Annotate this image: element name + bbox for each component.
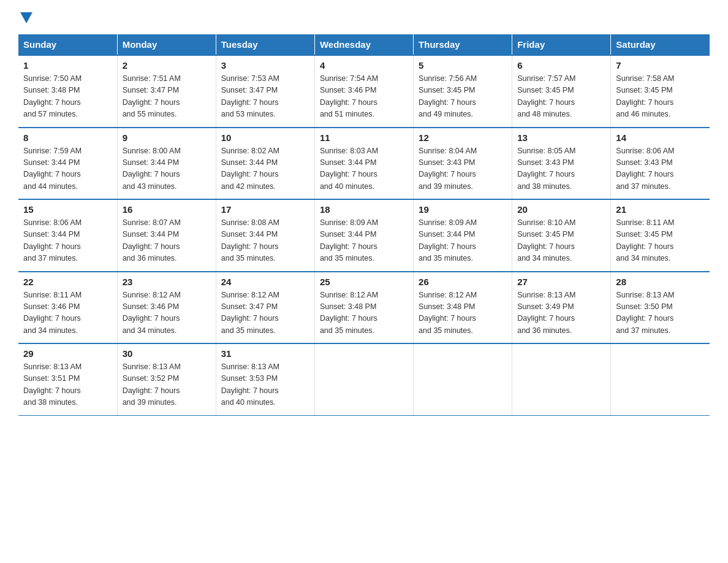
day-number: 11	[320, 132, 408, 143]
calendar-cell: 6Sunrise: 7:57 AMSunset: 3:45 PMDaylight…	[512, 55, 611, 128]
day-number: 5	[419, 60, 507, 71]
day-number: 14	[616, 132, 705, 143]
day-number: 12	[419, 132, 507, 143]
day-number: 27	[517, 277, 605, 287]
day-info: Sunrise: 8:11 AMSunset: 3:46 PMDaylight:…	[23, 289, 112, 337]
calendar-cell: 11Sunrise: 8:03 AMSunset: 3:44 PMDayligh…	[314, 128, 413, 200]
weekday-header-saturday: Saturday	[611, 34, 710, 55]
calendar-cell	[314, 343, 413, 415]
day-number: 26	[419, 277, 507, 287]
day-info: Sunrise: 7:56 AMSunset: 3:45 PMDaylight:…	[419, 73, 507, 121]
day-number: 15	[23, 204, 112, 215]
weekday-header-tuesday: Tuesday	[216, 34, 314, 55]
calendar-cell: 14Sunrise: 8:06 AMSunset: 3:43 PMDayligh…	[611, 128, 710, 200]
day-info: Sunrise: 7:53 AMSunset: 3:47 PMDaylight:…	[221, 73, 309, 121]
calendar-cell: 19Sunrise: 8:09 AMSunset: 3:44 PMDayligh…	[414, 199, 512, 272]
logo-triangle-icon	[20, 12, 32, 23]
day-info: Sunrise: 8:08 AMSunset: 3:44 PMDaylight:…	[221, 217, 309, 265]
calendar-week-row: 1Sunrise: 7:50 AMSunset: 3:48 PMDaylight…	[18, 55, 710, 128]
logo	[18, 12, 34, 23]
day-info: Sunrise: 8:10 AMSunset: 3:45 PMDaylight:…	[517, 217, 605, 265]
weekday-header-friday: Friday	[512, 34, 611, 55]
calendar-cell: 25Sunrise: 8:12 AMSunset: 3:48 PMDayligh…	[314, 272, 413, 344]
day-info: Sunrise: 8:13 AMSunset: 3:49 PMDaylight:…	[517, 289, 605, 337]
day-info: Sunrise: 8:12 AMSunset: 3:47 PMDaylight:…	[221, 289, 309, 337]
day-info: Sunrise: 7:51 AMSunset: 3:47 PMDaylight:…	[123, 73, 211, 121]
day-number: 29	[23, 348, 112, 359]
weekday-header-wednesday: Wednesday	[314, 34, 413, 55]
calendar-week-row: 8Sunrise: 7:59 AMSunset: 3:44 PMDaylight…	[18, 128, 710, 200]
day-number: 10	[221, 132, 309, 143]
day-info: Sunrise: 8:13 AMSunset: 3:51 PMDaylight:…	[23, 361, 112, 409]
day-number: 21	[616, 204, 705, 215]
weekday-header-sunday: Sunday	[18, 34, 117, 55]
calendar-cell: 9Sunrise: 8:00 AMSunset: 3:44 PMDaylight…	[117, 128, 216, 200]
calendar-cell	[512, 343, 611, 415]
calendar-cell: 31Sunrise: 8:13 AMSunset: 3:53 PMDayligh…	[216, 343, 314, 415]
day-number: 18	[320, 204, 408, 215]
day-number: 17	[221, 204, 309, 215]
calendar-cell: 8Sunrise: 7:59 AMSunset: 3:44 PMDaylight…	[18, 128, 117, 200]
day-info: Sunrise: 8:12 AMSunset: 3:48 PMDaylight:…	[419, 289, 507, 337]
day-info: Sunrise: 8:03 AMSunset: 3:44 PMDaylight:…	[320, 145, 408, 193]
calendar-cell: 18Sunrise: 8:09 AMSunset: 3:44 PMDayligh…	[314, 199, 413, 272]
calendar-table: SundayMondayTuesdayWednesdayThursdayFrid…	[18, 34, 710, 416]
day-info: Sunrise: 8:04 AMSunset: 3:43 PMDaylight:…	[419, 145, 507, 193]
calendar-cell: 24Sunrise: 8:12 AMSunset: 3:47 PMDayligh…	[216, 272, 314, 344]
day-info: Sunrise: 8:09 AMSunset: 3:44 PMDaylight:…	[419, 217, 507, 265]
calendar-cell: 28Sunrise: 8:13 AMSunset: 3:50 PMDayligh…	[611, 272, 710, 344]
day-info: Sunrise: 8:07 AMSunset: 3:44 PMDaylight:…	[123, 217, 211, 265]
page-header	[18, 12, 710, 23]
calendar-cell: 7Sunrise: 7:58 AMSunset: 3:45 PMDaylight…	[611, 55, 710, 128]
calendar-cell: 29Sunrise: 8:13 AMSunset: 3:51 PMDayligh…	[18, 343, 117, 415]
day-number: 13	[517, 132, 605, 143]
day-number: 9	[123, 132, 211, 143]
day-info: Sunrise: 7:54 AMSunset: 3:46 PMDaylight:…	[320, 73, 408, 121]
day-number: 3	[221, 60, 309, 71]
day-info: Sunrise: 8:12 AMSunset: 3:48 PMDaylight:…	[320, 289, 408, 337]
day-number: 7	[616, 60, 705, 71]
calendar-cell: 17Sunrise: 8:08 AMSunset: 3:44 PMDayligh…	[216, 199, 314, 272]
day-number: 19	[419, 204, 507, 215]
day-info: Sunrise: 7:59 AMSunset: 3:44 PMDaylight:…	[23, 145, 112, 193]
calendar-cell: 12Sunrise: 8:04 AMSunset: 3:43 PMDayligh…	[414, 128, 512, 200]
calendar-cell: 26Sunrise: 8:12 AMSunset: 3:48 PMDayligh…	[414, 272, 512, 344]
day-number: 23	[123, 277, 211, 287]
day-number: 28	[616, 277, 705, 287]
calendar-cell: 1Sunrise: 7:50 AMSunset: 3:48 PMDaylight…	[18, 55, 117, 128]
day-info: Sunrise: 8:13 AMSunset: 3:53 PMDaylight:…	[221, 361, 309, 409]
calendar-cell: 27Sunrise: 8:13 AMSunset: 3:49 PMDayligh…	[512, 272, 611, 344]
calendar-week-row: 22Sunrise: 8:11 AMSunset: 3:46 PMDayligh…	[18, 272, 710, 344]
calendar-cell: 3Sunrise: 7:53 AMSunset: 3:47 PMDaylight…	[216, 55, 314, 128]
day-number: 24	[221, 277, 309, 287]
day-info: Sunrise: 8:11 AMSunset: 3:45 PMDaylight:…	[616, 217, 705, 265]
calendar-week-row: 15Sunrise: 8:06 AMSunset: 3:44 PMDayligh…	[18, 199, 710, 272]
day-number: 30	[123, 348, 211, 359]
day-info: Sunrise: 8:02 AMSunset: 3:44 PMDaylight:…	[221, 145, 309, 193]
day-number: 25	[320, 277, 408, 287]
calendar-cell: 13Sunrise: 8:05 AMSunset: 3:43 PMDayligh…	[512, 128, 611, 200]
day-info: Sunrise: 8:06 AMSunset: 3:44 PMDaylight:…	[23, 217, 112, 265]
day-number: 2	[123, 60, 211, 71]
weekday-header-monday: Monday	[117, 34, 216, 55]
day-info: Sunrise: 8:13 AMSunset: 3:50 PMDaylight:…	[616, 289, 705, 337]
day-info: Sunrise: 7:57 AMSunset: 3:45 PMDaylight:…	[517, 73, 605, 121]
day-info: Sunrise: 8:13 AMSunset: 3:52 PMDaylight:…	[123, 361, 211, 409]
calendar-cell: 4Sunrise: 7:54 AMSunset: 3:46 PMDaylight…	[314, 55, 413, 128]
day-info: Sunrise: 8:06 AMSunset: 3:43 PMDaylight:…	[616, 145, 705, 193]
day-number: 4	[320, 60, 408, 71]
day-info: Sunrise: 8:12 AMSunset: 3:46 PMDaylight:…	[123, 289, 211, 337]
day-info: Sunrise: 8:05 AMSunset: 3:43 PMDaylight:…	[517, 145, 605, 193]
day-number: 22	[23, 277, 112, 287]
day-number: 31	[221, 348, 309, 359]
calendar-week-row: 29Sunrise: 8:13 AMSunset: 3:51 PMDayligh…	[18, 343, 710, 415]
weekday-header-row: SundayMondayTuesdayWednesdayThursdayFrid…	[18, 34, 710, 55]
calendar-cell: 21Sunrise: 8:11 AMSunset: 3:45 PMDayligh…	[611, 199, 710, 272]
day-number: 8	[23, 132, 112, 143]
calendar-cell: 30Sunrise: 8:13 AMSunset: 3:52 PMDayligh…	[117, 343, 216, 415]
day-number: 16	[123, 204, 211, 215]
calendar-cell	[414, 343, 512, 415]
day-number: 1	[23, 60, 112, 71]
calendar-cell: 5Sunrise: 7:56 AMSunset: 3:45 PMDaylight…	[414, 55, 512, 128]
calendar-cell: 2Sunrise: 7:51 AMSunset: 3:47 PMDaylight…	[117, 55, 216, 128]
